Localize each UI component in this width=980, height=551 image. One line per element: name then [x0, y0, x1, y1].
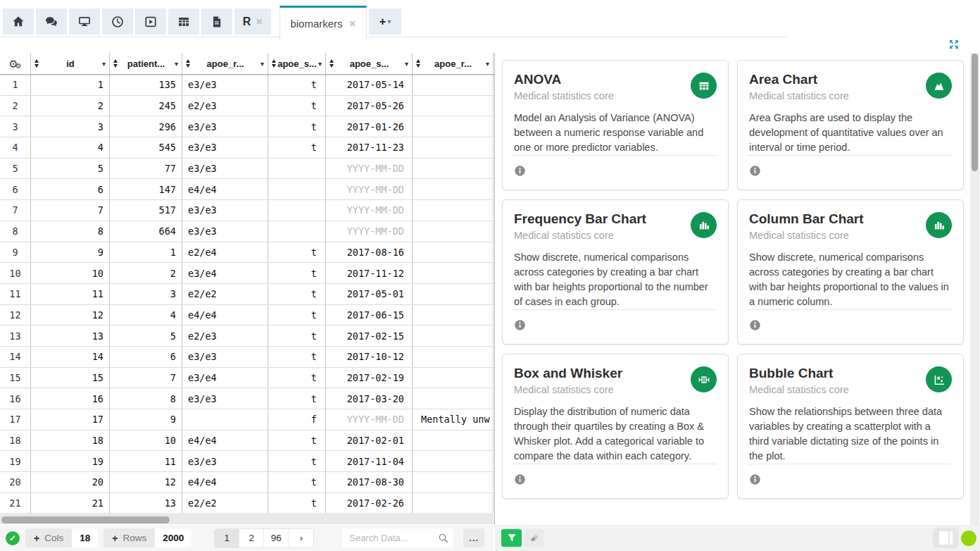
- cell[interactable]: 7: [110, 368, 182, 388]
- cell[interactable]: e2/e2: [182, 493, 268, 514]
- cell[interactable]: 8: [110, 388, 182, 409]
- cell[interactable]: t: [268, 493, 326, 514]
- cell[interactable]: YYYY-MM-DD: [326, 221, 413, 242]
- cell[interactable]: [413, 347, 494, 367]
- cell[interactable]: 11: [31, 284, 110, 304]
- info-icon[interactable]: [749, 473, 761, 485]
- row-number[interactable]: 5: [0, 159, 31, 179]
- cell[interactable]: 245: [110, 96, 182, 116]
- row-number[interactable]: 15: [0, 368, 31, 388]
- cell[interactable]: [413, 472, 494, 493]
- cell[interactable]: YYYY-MM-DD: [326, 179, 413, 199]
- cell[interactable]: 12: [110, 472, 182, 493]
- column-header[interactable]: apoe_r...▾: [182, 53, 268, 74]
- cell[interactable]: t: [268, 305, 326, 326]
- cell[interactable]: YYYY-MM-DD: [326, 200, 413, 221]
- cell[interactable]: 77: [110, 159, 182, 179]
- row-number[interactable]: 18: [0, 431, 31, 451]
- cell[interactable]: 2017-02-15: [326, 326, 413, 346]
- cell[interactable]: 15: [31, 368, 110, 388]
- cell[interactable]: [413, 493, 494, 514]
- analysis-card[interactable]: ANOVA Medical statistics core Model an A…: [502, 60, 729, 190]
- cell[interactable]: [268, 200, 326, 221]
- cell[interactable]: e3/e4: [182, 368, 268, 388]
- row-number[interactable]: 8: [0, 221, 31, 242]
- row-number[interactable]: 21: [0, 493, 31, 514]
- page-button[interactable]: 2: [239, 529, 264, 547]
- clock-button[interactable]: [102, 8, 133, 35]
- cell[interactable]: e2/e4: [182, 242, 268, 263]
- info-icon[interactable]: [749, 165, 761, 177]
- cell[interactable]: t: [268, 431, 326, 451]
- cell[interactable]: 7: [31, 200, 110, 221]
- cell[interactable]: Mentally unw: [413, 409, 494, 430]
- column-menu-icon[interactable]: ▾: [102, 60, 106, 68]
- cell[interactable]: 2017-11-23: [326, 137, 413, 158]
- cell[interactable]: 8: [31, 221, 110, 242]
- row-number[interactable]: 11: [0, 284, 31, 304]
- clear-filter-button[interactable]: [524, 529, 544, 547]
- cell[interactable]: [413, 75, 494, 95]
- file-button[interactable]: [201, 8, 232, 35]
- column-header[interactable]: id▾: [31, 53, 110, 74]
- cell[interactable]: e4/e4: [182, 305, 268, 326]
- cell[interactable]: [413, 96, 494, 116]
- vertical-scrollbar[interactable]: [970, 53, 979, 525]
- cell[interactable]: t: [268, 388, 326, 409]
- cell[interactable]: t: [268, 263, 326, 283]
- cell[interactable]: 147: [110, 179, 182, 199]
- cell[interactable]: [413, 116, 494, 137]
- cell[interactable]: e3/e3: [182, 451, 268, 471]
- cell[interactable]: 18: [31, 431, 110, 451]
- cell[interactable]: 3: [110, 284, 182, 304]
- row-number[interactable]: 16: [0, 388, 31, 409]
- row-number[interactable]: 20: [0, 472, 31, 493]
- cell[interactable]: t: [268, 242, 326, 263]
- comments-button[interactable]: [36, 8, 67, 35]
- cell[interactable]: 2: [31, 96, 110, 116]
- row-number[interactable]: 9: [0, 242, 31, 263]
- home-button[interactable]: [3, 8, 34, 35]
- scrollbar-thumb[interactable]: [972, 54, 978, 171]
- cell[interactable]: e3/e3: [182, 221, 268, 242]
- cell[interactable]: 9: [31, 242, 110, 263]
- cell[interactable]: t: [268, 326, 326, 346]
- cell[interactable]: 10: [110, 431, 182, 451]
- cell[interactable]: 2: [110, 263, 182, 283]
- close-icon[interactable]: ✕: [349, 19, 356, 29]
- cell[interactable]: t: [268, 96, 326, 116]
- new-tab-button[interactable]: + ▾: [369, 8, 401, 35]
- cell[interactable]: e3/e3: [182, 116, 268, 137]
- column-menu-icon[interactable]: ▾: [318, 60, 322, 68]
- column-header[interactable]: patient...▾: [110, 53, 182, 74]
- cell[interactable]: 2017-06-15: [326, 305, 413, 326]
- cell[interactable]: 1: [110, 242, 182, 263]
- cell[interactable]: 2017-10-12: [326, 347, 413, 367]
- filter-button[interactable]: [501, 529, 522, 547]
- column-menu-icon[interactable]: ▾: [486, 60, 489, 68]
- cell[interactable]: t: [268, 472, 326, 493]
- cell[interactable]: t: [268, 368, 326, 388]
- cell[interactable]: 2017-02-26: [326, 493, 413, 514]
- tab-biomarkers[interactable]: biomarkers ✕: [279, 6, 367, 39]
- row-number[interactable]: 10: [0, 263, 31, 283]
- more-options-button[interactable]: ...: [463, 528, 484, 547]
- cell[interactable]: 11: [110, 451, 182, 471]
- row-number[interactable]: 12: [0, 305, 31, 326]
- horizontal-scrollbar[interactable]: [0, 514, 494, 524]
- cell[interactable]: 12: [31, 305, 110, 326]
- cell[interactable]: [413, 326, 494, 346]
- analysis-card[interactable]: Column Bar Chart Medical statistics core…: [737, 199, 964, 345]
- cell[interactable]: e4/e4: [182, 431, 268, 451]
- cell[interactable]: 545: [110, 137, 182, 158]
- row-number[interactable]: 2: [0, 96, 31, 116]
- row-number[interactable]: 13: [0, 326, 31, 346]
- cell[interactable]: 4: [110, 305, 182, 326]
- sort-icon[interactable]: [329, 59, 334, 68]
- cell[interactable]: 2017-08-16: [326, 242, 413, 263]
- cell[interactable]: 1: [31, 75, 110, 95]
- add-rows-button[interactable]: + Rows 2000: [103, 528, 191, 547]
- cell[interactable]: 21: [31, 493, 110, 514]
- info-icon[interactable]: [514, 473, 526, 485]
- expand-panel-icon[interactable]: [948, 39, 960, 50]
